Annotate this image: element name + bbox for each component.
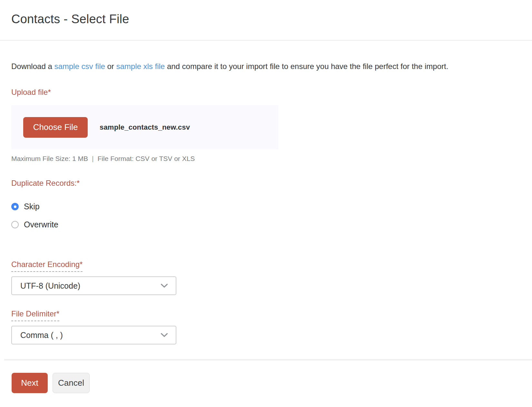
file-delimiter-label: File Delimiter* (11, 309, 59, 321)
page-header: Contacts - Select File (0, 0, 532, 41)
footer-divider (4, 359, 532, 361)
character-encoding-label: Character Encoding* (11, 260, 83, 272)
intro-text-end: and compare it to your import file to en… (165, 62, 448, 71)
chevron-down-icon (161, 333, 168, 337)
import-page: Contacts - Select File Download a sample… (0, 0, 532, 407)
radio-button-skip[interactable] (11, 203, 19, 210)
file-constraints: Maximum File Size: 1 MB|File Format: CSV… (11, 155, 521, 163)
character-encoding-value: UTF-8 (Unicode) (20, 281, 80, 291)
intro-text: Download a sample csv file or sample xls… (11, 60, 497, 73)
radio-label-skip: Skip (24, 202, 40, 211)
choose-file-button[interactable]: Choose File (23, 117, 88, 138)
upload-file-label: Upload file* (11, 88, 521, 97)
next-button[interactable]: Next (12, 373, 48, 393)
radio-button-overwrite[interactable] (11, 221, 19, 228)
character-encoding-select[interactable]: UTF-8 (Unicode) (11, 276, 176, 295)
import-form: Download a sample csv file or sample xls… (0, 60, 532, 405)
duplicate-records-label: Duplicate Records:* (11, 179, 521, 188)
constraint-separator: | (92, 155, 94, 162)
file-delimiter-label-row: File Delimiter* (11, 309, 521, 321)
file-format: File Format: CSV or TSV or XLS (98, 155, 195, 162)
action-buttons: Next Cancel (11, 373, 521, 393)
sample-csv-link[interactable]: sample csv file (54, 62, 105, 71)
upload-dropzone: Choose File sample_contacts_new.csv (11, 105, 278, 149)
intro-text-start: Download a (11, 62, 54, 71)
cancel-button[interactable]: Cancel (53, 373, 90, 393)
max-file-size: Maximum File Size: 1 MB (11, 155, 88, 162)
selected-filename: sample_contacts_new.csv (100, 123, 190, 132)
page-title: Contacts - Select File (11, 12, 521, 26)
character-encoding-label-row: Character Encoding* (11, 260, 521, 272)
file-delimiter-select[interactable]: Comma ( , ) (11, 326, 176, 344)
radio-option-overwrite[interactable]: Overwrite (11, 220, 521, 229)
file-delimiter-value: Comma ( , ) (20, 331, 63, 340)
radio-option-skip[interactable]: Skip (11, 202, 521, 211)
chevron-down-icon (161, 283, 168, 288)
radio-label-overwrite: Overwrite (24, 220, 58, 229)
sample-xls-link[interactable]: sample xls file (116, 62, 165, 71)
intro-text-mid: or (105, 62, 116, 71)
